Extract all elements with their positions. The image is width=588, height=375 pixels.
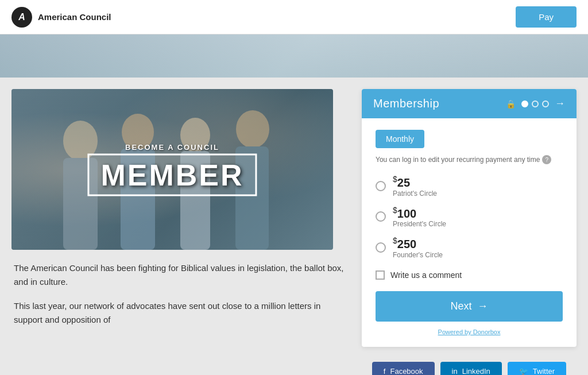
facebook-button[interactable]: f Facebook: [372, 362, 435, 375]
amount-value-250: $250: [393, 236, 443, 251]
left-panel: BECOME A COUNCIL MEMBER The American Cou…: [11, 89, 350, 375]
amount-options: $25 Patriot's Circle $100 President's Ci…: [376, 175, 563, 259]
next-step-arrow-icon[interactable]: →: [555, 98, 565, 110]
twitter-label: Twitter: [533, 367, 555, 375]
pay-button[interactable]: Pay: [516, 6, 577, 28]
comment-label: Write us a comment: [390, 270, 462, 280]
org-name: American Council: [38, 12, 111, 22]
header-right: 🔒 →: [506, 98, 565, 110]
recurring-text: You can log in to edit your recurring pa…: [376, 155, 563, 164]
step-dot-2: [532, 100, 539, 107]
radio-25[interactable]: [376, 181, 386, 191]
monthly-button[interactable]: Monthly: [376, 130, 424, 148]
next-arrow-icon: →: [478, 300, 488, 312]
facebook-label: Facebook: [390, 367, 423, 375]
amount-option-25[interactable]: $25 Patriot's Circle: [376, 175, 563, 198]
description-p1: The American Council has been fighting f…: [14, 261, 348, 289]
twitter-button[interactable]: 🐦 Twitter: [508, 362, 566, 375]
logo-icon: A: [11, 7, 32, 28]
step-dots: [521, 100, 549, 107]
amount-option-100[interactable]: $100 President's Circle: [376, 206, 563, 229]
membership-body: Monthly You can log in to edit your recu…: [362, 118, 577, 347]
membership-card: Membership 🔒 → Monthly You can log in to…: [362, 89, 577, 347]
hero-background: [0, 34, 588, 78]
lock-icon: 🔒: [506, 99, 516, 109]
comment-checkbox[interactable]: [376, 270, 385, 280]
radio-100[interactable]: [376, 211, 386, 222]
next-button[interactable]: Next →: [376, 291, 563, 322]
step-dot-3: [542, 100, 549, 107]
social-buttons: f Facebook in LinkedIn 🐦 Twitter: [362, 353, 577, 375]
radio-250[interactable]: [376, 242, 386, 253]
amount-label-100: President's Circle: [393, 220, 446, 228]
amount-label-25: Patriot's Circle: [393, 190, 437, 198]
logo-area: A American Council: [11, 7, 111, 28]
header: A American Council Pay: [0, 0, 588, 34]
amount-value-100: $100: [393, 206, 446, 221]
member-box: MEMBER: [87, 154, 257, 196]
member-badge: BECOME A COUNCIL MEMBER: [87, 143, 257, 196]
main-content: BECOME A COUNCIL MEMBER The American Cou…: [0, 78, 588, 375]
right-panel: Membership 🔒 → Monthly You can log in to…: [362, 89, 577, 375]
powered-by[interactable]: Powered by Donorbox: [376, 328, 563, 335]
membership-header: Membership 🔒 →: [362, 89, 577, 118]
twitter-icon: 🐦: [519, 367, 528, 375]
description-p2: This last year, our network of advocates…: [14, 299, 348, 327]
facebook-icon: f: [384, 367, 386, 375]
info-icon[interactable]: ?: [542, 155, 551, 164]
membership-title: Membership: [373, 97, 439, 110]
member-image: BECOME A COUNCIL MEMBER: [11, 89, 333, 250]
linkedin-label: LinkedIn: [462, 367, 490, 375]
member-word: MEMBER: [100, 160, 243, 190]
next-label: Next: [450, 300, 471, 312]
amount-label-250: Founder's Circle: [393, 251, 443, 259]
comment-section[interactable]: Write us a comment: [376, 270, 563, 280]
amount-value-25: $25: [393, 175, 437, 190]
description-text: The American Council has been fighting f…: [11, 261, 350, 337]
linkedin-button[interactable]: in LinkedIn: [440, 362, 502, 375]
linkedin-icon: in: [452, 367, 458, 375]
amount-option-250[interactable]: $250 Founder's Circle: [376, 236, 563, 259]
step-dot-1: [521, 100, 528, 107]
become-text: BECOME A COUNCIL: [87, 143, 257, 152]
